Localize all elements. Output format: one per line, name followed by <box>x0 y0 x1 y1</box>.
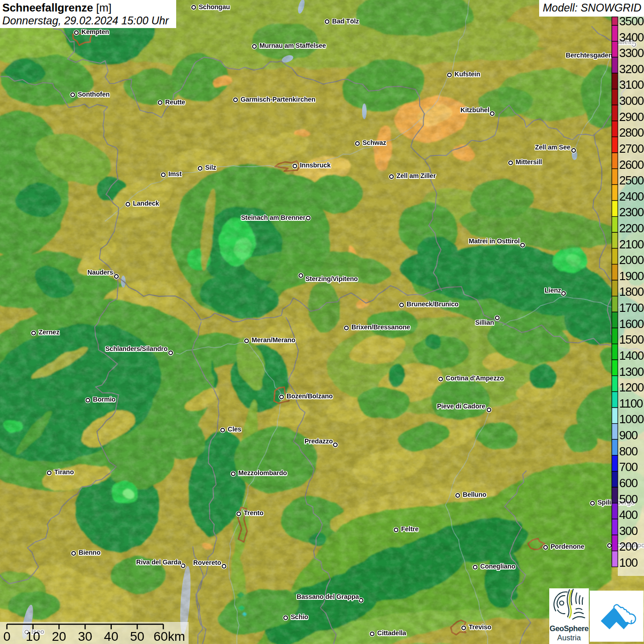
svg-text:GeoSphere: GeoSphere <box>550 624 589 632</box>
svg-text:Austria: Austria <box>557 633 581 642</box>
